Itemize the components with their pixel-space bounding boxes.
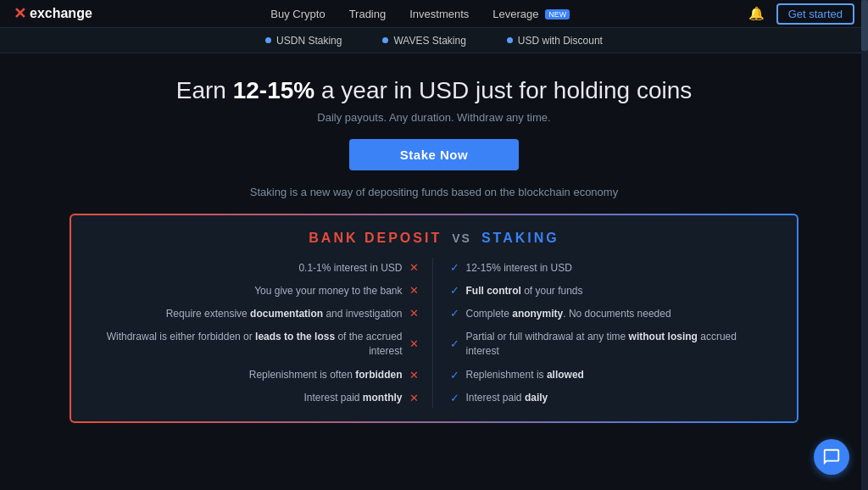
subnav-label: WAVES Staking (393, 35, 465, 47)
bank-col: 0.1-1% interest in USD ✕ You give your m… (97, 258, 433, 408)
x-icon: ✕ (409, 337, 419, 352)
staking-row-3: ✓ Complete anonymity. No documents neede… (450, 303, 772, 323)
scrollbar-thumb[interactable] (861, 0, 868, 51)
hero-subtitle: Daily payouts. Any duration. Withdraw an… (17, 111, 851, 124)
staking-row-4: ✓ Partial or full withdrawal at any time… (450, 326, 772, 362)
subnav-usd-discount[interactable]: USD with Discount (507, 35, 603, 47)
hero-heading: Earn 12-15% a year in USD just for holdi… (17, 77, 851, 104)
dot-icon (382, 37, 388, 43)
bank-row-2: You give your money to the bank ✕ (97, 281, 419, 300)
staking-row-6: ✓ Interest paid daily (450, 388, 772, 408)
new-badge: NEW (545, 9, 570, 19)
bank-row-3: Require extensive documentation and inve… (97, 303, 419, 323)
chat-button[interactable] (814, 439, 849, 475)
hero-section: Earn 12-15% a year in USD just for holdi… (0, 53, 868, 186)
bell-icon[interactable]: 🔔 (748, 6, 765, 21)
staking-row-2: ✓ Full control of your funds (450, 281, 772, 300)
nav-leverage[interactable]: Leverage NEW (492, 8, 570, 20)
logo-icon: ✕ (14, 4, 26, 23)
hero-percent: 12-15% (233, 77, 315, 103)
comparison-title-row: BANK DEPOSIT VS STAKING (97, 231, 771, 246)
staking-row-5: ✓ Replenishment is allowed (450, 365, 772, 385)
staking-col: ✓ 12-15% interest in USD ✓ Full control … (433, 258, 772, 408)
get-started-button[interactable]: Get started (776, 3, 854, 25)
x-icon: ✕ (409, 307, 419, 320)
bank-row-5: Replenishment is often forbidden ✕ (97, 365, 419, 385)
x-icon: ✕ (409, 261, 419, 274)
navbar: ✕ exchange Buy Crypto Trading Investment… (0, 0, 868, 28)
staking-title: STAKING (481, 231, 559, 246)
staking-row-1: ✓ 12-15% interest in USD (450, 258, 772, 277)
comparison-intro: Staking is a new way of depositing funds… (0, 186, 868, 205)
bank-deposit-title: BANK DEPOSIT (309, 231, 442, 246)
nav-links: Buy Crypto Trading Investments Leverage … (270, 8, 570, 20)
nav-trading[interactable]: Trading (349, 8, 387, 20)
comparison-rows: 0.1-1% interest in USD ✕ You give your m… (97, 258, 771, 408)
scrollbar[interactable] (861, 0, 868, 490)
comparison-box: BANK DEPOSIT VS STAKING 0.1-1% interest … (70, 214, 798, 423)
subnav-waves-staking[interactable]: WAVES Staking (382, 35, 465, 47)
vs-label: VS (452, 231, 471, 245)
check-icon: ✓ (450, 392, 459, 404)
logo-text: exchange (30, 6, 92, 21)
x-icon: ✕ (409, 392, 419, 404)
chat-icon (822, 448, 841, 466)
check-icon: ✓ (450, 307, 459, 320)
logo[interactable]: ✕ exchange (14, 4, 92, 23)
check-icon: ✓ (450, 369, 459, 381)
bank-row-1: 0.1-1% interest in USD ✕ (97, 258, 419, 277)
x-icon: ✕ (409, 369, 419, 381)
bank-row-4: Withdrawal is either forbidden or leads … (97, 326, 419, 362)
subnav-usdn-staking[interactable]: USDN Staking (265, 35, 342, 47)
comparison-section: BANK DEPOSIT VS STAKING 0.1-1% interest … (0, 205, 868, 423)
subnav-label: USD with Discount (518, 35, 603, 47)
subnav-label: USDN Staking (276, 35, 342, 47)
stake-now-button[interactable]: Stake Now (349, 139, 519, 170)
check-icon: ✓ (450, 261, 459, 274)
check-icon: ✓ (450, 284, 459, 297)
nav-crypto-text: Crypto (292, 8, 325, 20)
nav-buy-crypto[interactable]: Buy Crypto (270, 8, 325, 20)
subnav: USDN Staking WAVES Staking USD with Disc… (0, 28, 868, 53)
bank-row-6: Interest paid monthly ✕ (97, 388, 419, 408)
nav-investments[interactable]: Investments (409, 8, 469, 20)
dot-icon (265, 37, 271, 43)
dot-icon (507, 37, 513, 43)
check-icon: ✓ (450, 337, 459, 352)
navbar-right: 🔔 Get started (748, 3, 854, 25)
x-icon: ✕ (409, 284, 419, 297)
